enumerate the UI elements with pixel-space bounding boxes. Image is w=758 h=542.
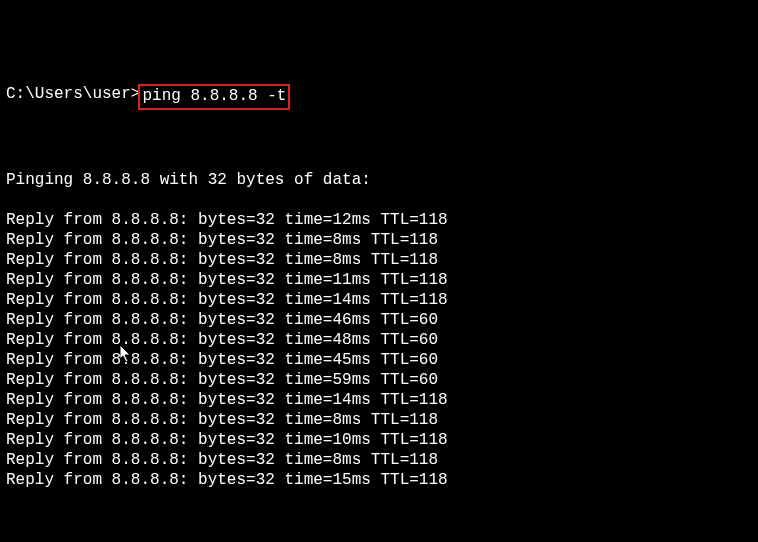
ping-reply-line: Reply from 8.8.8.8: bytes=32 time=48ms T… <box>6 330 752 350</box>
ping-reply-line: Reply from 8.8.8.8: bytes=32 time=15ms T… <box>6 470 752 490</box>
command-highlight: ping 8.8.8.8 -t <box>138 84 290 110</box>
ping-reply-line: Reply from 8.8.8.8: bytes=32 time=14ms T… <box>6 390 752 410</box>
ping-reply-line: Reply from 8.8.8.8: bytes=32 time=46ms T… <box>6 310 752 330</box>
ping-reply-line: Reply from 8.8.8.8: bytes=32 time=59ms T… <box>6 370 752 390</box>
prompt-path: C:\Users\user> <box>6 84 140 104</box>
blank-line <box>6 510 752 530</box>
ping-reply-line: Reply from 8.8.8.8: bytes=32 time=14ms T… <box>6 290 752 310</box>
ping-reply-line: Reply from 8.8.8.8: bytes=32 time=12ms T… <box>6 210 752 230</box>
ping-reply-line: Reply from 8.8.8.8: bytes=32 time=10ms T… <box>6 430 752 450</box>
ping-reply-line: Reply from 8.8.8.8: bytes=32 time=11ms T… <box>6 270 752 290</box>
blank-line <box>6 130 752 150</box>
command-prompt-line[interactable]: C:\Users\user>ping 8.8.8.8 -t <box>6 84 752 110</box>
ping-reply-line: Reply from 8.8.8.8: bytes=32 time=8ms TT… <box>6 230 752 250</box>
ping-reply-line: Reply from 8.8.8.8: bytes=32 time=8ms TT… <box>6 450 752 470</box>
ping-replies: Reply from 8.8.8.8: bytes=32 time=12ms T… <box>6 210 752 490</box>
ping-reply-line: Reply from 8.8.8.8: bytes=32 time=8ms TT… <box>6 250 752 270</box>
ping-header: Pinging 8.8.8.8 with 32 bytes of data: <box>6 170 752 190</box>
ping-reply-line: Reply from 8.8.8.8: bytes=32 time=8ms TT… <box>6 410 752 430</box>
ping-reply-line: Reply from 8.8.8.8: bytes=32 time=45ms T… <box>6 350 752 370</box>
command-text: ping 8.8.8.8 -t <box>142 87 286 105</box>
